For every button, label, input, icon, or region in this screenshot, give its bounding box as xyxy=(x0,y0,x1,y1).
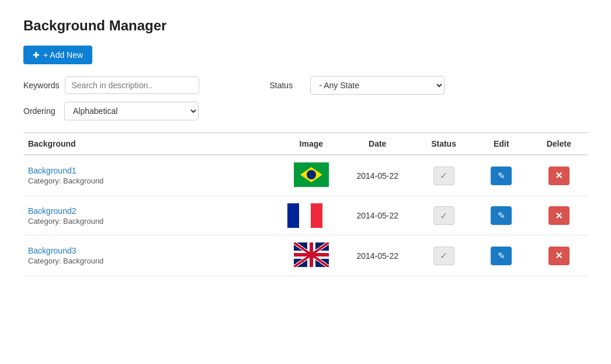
col-header-edit: Edit xyxy=(473,133,530,155)
bg-category-1: Category: Background xyxy=(28,176,278,185)
col-header-status: Status xyxy=(415,133,473,155)
edit-icon-2: ✎ xyxy=(498,210,505,221)
bg-link-3[interactable]: Background3 xyxy=(28,246,278,255)
bg-name-cell: Background2 Category: Background xyxy=(23,196,283,235)
bg-edit-cell-2: ✎ xyxy=(473,196,530,235)
status-label: Status xyxy=(269,81,304,90)
col-header-delete: Delete xyxy=(530,133,588,155)
status-filter-group: Status - Any State Published Unpublished xyxy=(269,76,445,95)
bg-link-1[interactable]: Background1 xyxy=(28,166,278,175)
edit-icon-1: ✎ xyxy=(498,171,505,181)
table-row: Background2 Category: Background 2014-05… xyxy=(23,196,588,235)
bg-edit-cell-3: ✎ xyxy=(473,235,530,276)
delete-button-3[interactable]: ✕ xyxy=(548,247,570,265)
backgrounds-table: Background Image Date Status Edit Delete… xyxy=(23,132,588,276)
bg-date-3: 2014-05-22 xyxy=(340,235,415,276)
bg-link-2[interactable]: Background2 xyxy=(28,206,278,216)
bg-image-cell-3 xyxy=(283,235,341,276)
bg-status-cell-3: ✓ xyxy=(415,235,473,276)
bg-delete-cell-1: ✕ xyxy=(530,155,588,196)
delete-icon-2: ✕ xyxy=(555,210,563,221)
status-button-3[interactable]: ✓ xyxy=(433,247,454,265)
check-icon-1: ✓ xyxy=(440,170,447,181)
keywords-input[interactable] xyxy=(65,77,199,94)
edit-button-1[interactable]: ✎ xyxy=(491,167,512,185)
bg-category-2: Category: Background xyxy=(28,217,278,226)
flag-france xyxy=(287,203,322,228)
keywords-filter-group: Keywords xyxy=(23,77,199,94)
add-icon: ✚ xyxy=(33,50,40,60)
ordering-label: Ordering xyxy=(23,106,58,116)
bg-category-3: Category: Background xyxy=(28,256,278,265)
bg-date-2: 2014-05-22 xyxy=(340,196,415,235)
table-row: Background1 Category: Background 2014-05… xyxy=(23,155,588,196)
status-select[interactable]: - Any State Published Unpublished xyxy=(310,76,445,95)
ordering-select[interactable]: Alphabetical Date ID xyxy=(64,102,199,120)
bg-delete-cell-2: ✕ xyxy=(530,196,588,235)
flag-uk xyxy=(294,242,329,267)
add-new-label: + Add New xyxy=(43,50,83,60)
delete-button-1[interactable]: ✕ xyxy=(548,167,570,185)
bg-image-cell-2 xyxy=(283,196,341,235)
add-new-button[interactable]: ✚ + Add New xyxy=(23,46,92,64)
col-header-background: Background xyxy=(23,133,283,155)
ordering-filter-group: Ordering Alphabetical Date ID xyxy=(23,102,199,120)
col-header-date: Date xyxy=(340,133,415,155)
status-button-1[interactable]: ✓ xyxy=(433,167,454,185)
delete-icon-1: ✕ xyxy=(555,170,563,181)
edit-button-3[interactable]: ✎ xyxy=(491,247,512,265)
bg-status-cell-1: ✓ xyxy=(415,155,473,196)
edit-button-2[interactable]: ✎ xyxy=(491,206,512,225)
edit-icon-3: ✎ xyxy=(498,251,505,261)
bg-edit-cell-1: ✎ xyxy=(473,155,530,196)
flag-brazil xyxy=(294,162,329,187)
page-title: Background Manager xyxy=(23,18,588,34)
keywords-label: Keywords xyxy=(23,81,59,90)
col-header-image: Image xyxy=(283,133,341,155)
bg-status-cell-2: ✓ xyxy=(415,196,473,235)
bg-delete-cell-3: ✕ xyxy=(530,235,588,276)
bg-name-cell: Background1 Category: Background xyxy=(23,155,283,196)
bg-name-cell: Background3 Category: Background xyxy=(23,235,283,276)
bg-image-cell-1 xyxy=(283,155,341,196)
status-button-2[interactable]: ✓ xyxy=(433,206,454,225)
delete-icon-3: ✕ xyxy=(555,250,563,261)
bg-date-1: 2014-05-22 xyxy=(340,155,415,196)
check-icon-2: ✓ xyxy=(440,210,447,221)
delete-button-2[interactable]: ✕ xyxy=(548,206,570,225)
check-icon-3: ✓ xyxy=(440,250,447,261)
table-row: Background3 Category: Background 2014-05… xyxy=(23,235,588,276)
